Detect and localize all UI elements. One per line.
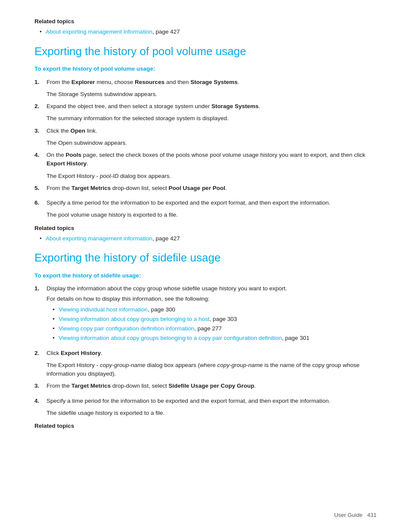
related-topic-page-2: , page 427 <box>153 235 180 242</box>
step-num: 2. <box>34 102 47 111</box>
step-text: From the Explorer menu, choose Resources… <box>47 78 377 87</box>
step-num: 3. <box>34 382 47 390</box>
step-text: Display the information about the copy g… <box>47 284 377 293</box>
inner-link-page-3: , page 277 <box>194 325 222 332</box>
step-num: 2. <box>34 349 47 358</box>
related-topics-label-2: Related topics <box>34 224 377 233</box>
section3-step-4: 4. Specify a time period for the informa… <box>34 397 377 407</box>
step-content: Click Export History. <box>47 349 377 359</box>
inner-link-page-1: , page 300 <box>148 306 175 313</box>
step-num: 1. <box>34 284 47 293</box>
step-content: Expand the object tree, and then select … <box>47 102 377 112</box>
page-footer: User Guide 431 <box>334 511 377 520</box>
inner-bullet-item-3: Viewing copy pair configuration definiti… <box>53 324 377 333</box>
step-text: On the Pools page, select the check boxe… <box>47 151 377 168</box>
step-num: 4. <box>34 151 47 159</box>
footer-label: User Guide <box>334 512 363 518</box>
section2-step-4: 4. On the Pools page, select the check b… <box>34 151 377 170</box>
inner-link-1[interactable]: Viewing individual host information <box>59 306 148 313</box>
step-note-text: For details on how to display this infor… <box>47 295 377 303</box>
step-num: 6. <box>34 199 47 207</box>
step-text: Click Export History. <box>47 349 377 358</box>
inner-link-page-4: , page 301 <box>282 335 309 341</box>
section2-step-1: 1. From the Explorer menu, choose Resour… <box>34 78 377 88</box>
step-content: From the Target Metrics drop-down list, … <box>47 382 377 392</box>
section2-subsection-title: To export the history of pool volume usa… <box>34 65 377 73</box>
related-topics-list-2: About exporting management information, … <box>34 234 377 243</box>
related-topic-item-2: About exporting management information, … <box>40 234 377 243</box>
related-topic-item: About exporting management information, … <box>40 28 377 36</box>
inner-bullet-item-2: Viewing information about copy groups be… <box>53 315 377 324</box>
step-note-6: The pool volume usage history is exporte… <box>34 211 377 219</box>
step-text: Specify a time period for the informatio… <box>47 199 377 207</box>
step-text: From the Target Metrics drop-down list, … <box>47 184 377 193</box>
step-num: 3. <box>34 127 47 135</box>
inner-bullet-item-1: Viewing individual host information, pag… <box>53 305 377 314</box>
step-text: Expand the object tree, and then select … <box>47 102 377 111</box>
section3-title: Exporting the history of sidefile usage <box>34 251 377 265</box>
step-num: 4. <box>34 397 47 405</box>
related-topics-list-top: About exporting management information, … <box>34 28 377 36</box>
step-content: Display the information about the copy g… <box>47 284 377 345</box>
step-num: 1. <box>34 78 47 87</box>
related-topics-label-top: Related topics <box>34 17 377 26</box>
step-note-s4: The sidefile usage history is exported t… <box>34 409 377 417</box>
top-related-topics: Related topics About exporting managemen… <box>34 17 377 37</box>
step-note-4: The Export History - pool-ID dialog box … <box>34 172 377 180</box>
section2-step-5: 5. From the Target Metrics drop-down lis… <box>34 184 377 194</box>
step-content: On the Pools page, select the check boxe… <box>47 151 377 170</box>
section3-step-2: 2. Click Export History. <box>34 349 377 359</box>
step-num: 5. <box>34 184 47 193</box>
inner-link-3[interactable]: Viewing copy pair configuration definiti… <box>59 325 194 332</box>
step-note-3: The Open subwindow appears. <box>34 139 377 147</box>
inner-link-page-2: , page 303 <box>209 316 237 322</box>
inner-bullet-item-4: Viewing information about copy groups be… <box>53 334 377 342</box>
inner-link-2[interactable]: Viewing information about copy groups be… <box>59 316 209 322</box>
page: Related topics About exporting managemen… <box>0 0 411 532</box>
section2-related-topics: Related topics About exporting managemen… <box>34 224 377 243</box>
step-content: Specify a time period for the informatio… <box>47 199 377 209</box>
related-topic-link-top[interactable]: About exporting management information <box>46 28 153 35</box>
step-content: From the Target Metrics drop-down list, … <box>47 184 377 194</box>
related-topic-page-top: , page 427 <box>153 28 180 35</box>
section2-step-2: 2. Expand the object tree, and then sele… <box>34 102 377 112</box>
inner-bullet-list: Viewing individual host information, pag… <box>47 305 377 343</box>
step-text: Specify a time period for the informatio… <box>47 397 377 405</box>
section2-step-6: 6. Specify a time period for the informa… <box>34 199 377 209</box>
section3-step-1: 1. Display the information about the cop… <box>34 284 377 345</box>
section3-related-topics: Related topics <box>34 422 377 430</box>
footer-page-number: 431 <box>367 512 377 518</box>
section3-step-3: 3. From the Target Metrics drop-down lis… <box>34 382 377 392</box>
section2-step-3: 3. Click the Open link. <box>34 127 377 137</box>
step-note-1: The Storage Systems subwindow appears. <box>34 90 377 99</box>
step-note-s2: The Export History - copy-group-name dia… <box>34 361 377 379</box>
related-topic-link-2[interactable]: About exporting management information <box>46 235 153 242</box>
step-text: From the Target Metrics drop-down list, … <box>47 382 377 390</box>
step-content: From the Explorer menu, choose Resources… <box>47 78 377 88</box>
inner-link-4[interactable]: Viewing information about copy groups be… <box>59 335 282 341</box>
section3-subsection-title: To export the history of sidefile usage: <box>34 271 377 280</box>
step-content: Specify a time period for the informatio… <box>47 397 377 407</box>
section3-steps: 1. Display the information about the cop… <box>34 284 377 417</box>
section2-title: Exporting the history of pool volume usa… <box>34 44 377 59</box>
step-note-2: The summary information for the selected… <box>34 114 377 123</box>
section2-steps: 1. From the Explorer menu, choose Resour… <box>34 78 377 220</box>
step-content: Click the Open link. <box>47 127 377 137</box>
related-topics-label-3: Related topics <box>34 422 377 430</box>
step-text: Click the Open link. <box>47 127 377 135</box>
